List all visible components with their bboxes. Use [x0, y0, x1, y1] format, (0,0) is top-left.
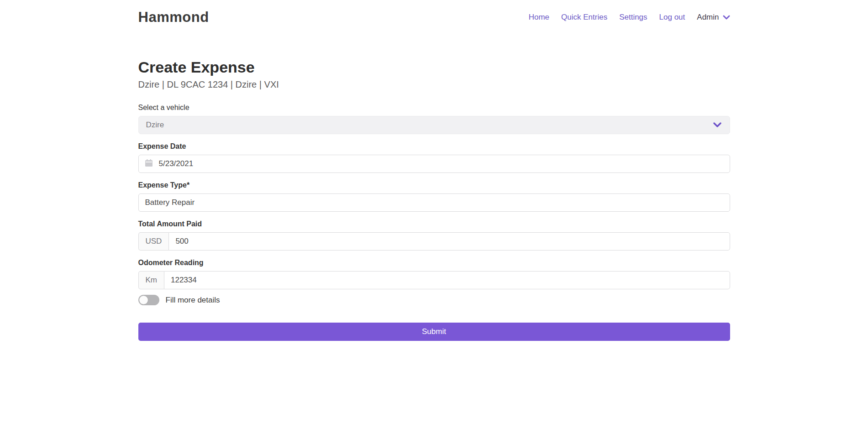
chevron-down-icon — [723, 15, 730, 20]
admin-menu[interactable]: Admin — [697, 13, 730, 22]
vehicle-field-group: Select a vehicle Dzire — [138, 104, 730, 134]
expense-date-label: Expense Date — [138, 142, 730, 151]
fill-more-details-row: Fill more details — [138, 295, 730, 305]
page-title: Create Expense — [138, 58, 730, 76]
top-navbar: Hammond Home Quick Entries Settings Log … — [0, 0, 868, 35]
chevron-down-icon — [713, 121, 721, 129]
main-nav: Home Quick Entries Settings Log out Admi… — [529, 13, 730, 22]
toggle-knob — [139, 296, 148, 304]
fill-more-details-label: Fill more details — [166, 296, 220, 305]
nav-link-home[interactable]: Home — [529, 13, 549, 22]
odometer-field-group: Odometer Reading Km — [138, 259, 730, 289]
vehicle-select-value: Dzire — [146, 120, 164, 130]
vehicle-summary: Dzire | DL 9CAC 1234 | Dzire | VXI — [138, 79, 730, 90]
admin-menu-label: Admin — [697, 13, 719, 22]
nav-link-quick-entries[interactable]: Quick Entries — [561, 13, 607, 22]
currency-addon: USD — [138, 232, 169, 251]
nav-link-logout[interactable]: Log out — [659, 13, 685, 22]
expense-date-field-group: Expense Date — [138, 142, 730, 173]
unit-addon: Km — [138, 271, 164, 289]
expense-type-field-group: Expense Type* — [138, 181, 730, 212]
vehicle-select-label: Select a vehicle — [138, 104, 730, 112]
nav-link-settings[interactable]: Settings — [619, 13, 647, 22]
total-amount-input[interactable] — [168, 232, 730, 251]
submit-button[interactable]: Submit — [138, 323, 730, 341]
expense-type-input[interactable] — [138, 193, 730, 212]
odometer-input[interactable] — [164, 271, 730, 289]
vehicle-select[interactable]: Dzire — [138, 116, 730, 134]
odometer-label: Odometer Reading — [138, 259, 730, 267]
expense-date-input[interactable] — [138, 155, 730, 173]
total-amount-field-group: Total Amount Paid USD — [138, 220, 730, 251]
expense-type-label: Expense Type* — [138, 181, 730, 189]
brand-logo[interactable]: Hammond — [138, 9, 209, 26]
total-amount-label: Total Amount Paid — [138, 220, 730, 228]
create-expense-form: Select a vehicle Dzire Expense Date — [138, 104, 730, 341]
main-content: Create Expense Dzire | DL 9CAC 1234 | Dz… — [133, 58, 736, 341]
fill-more-details-toggle[interactable] — [138, 295, 159, 305]
